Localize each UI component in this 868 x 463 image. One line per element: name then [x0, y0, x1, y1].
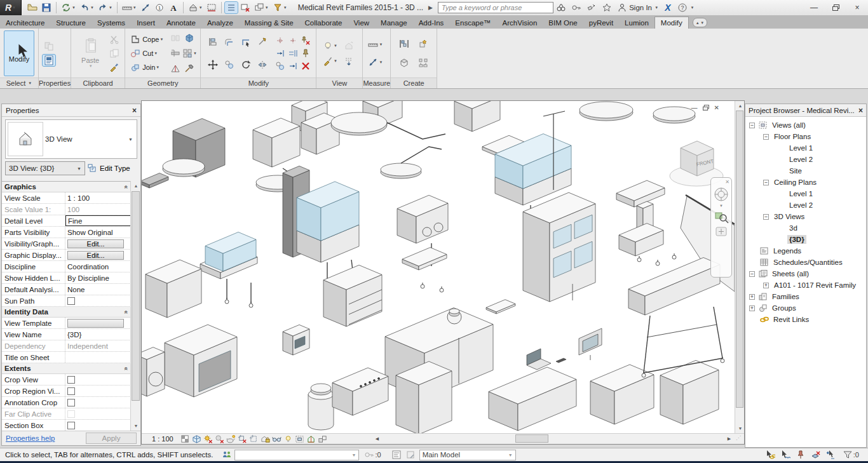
- tab-collaborate[interactable]: Collaborate: [299, 17, 348, 29]
- apply-button[interactable]: Apply: [86, 433, 137, 444]
- edit-type-button[interactable]: Edit Type: [88, 161, 137, 175]
- tab-architecture[interactable]: Architecture: [0, 17, 50, 29]
- horizontal-scrollbar[interactable]: ◀ ▶ ⋰: [372, 434, 744, 444]
- qat-dimension-button[interactable]: [139, 2, 152, 13]
- underlay-button[interactable]: [342, 55, 355, 67]
- create-group-button[interactable]: [398, 38, 410, 50]
- minimize-button[interactable]: —: [803, 1, 825, 15]
- panel-label-select[interactable]: Select ▼: [0, 77, 38, 88]
- tab-manage[interactable]: Manage: [375, 17, 413, 29]
- tree-expander-icon[interactable]: +: [749, 294, 755, 300]
- tree-item[interactable]: +A101 - 1017 Revit Family: [745, 279, 866, 291]
- project-browser-close-icon[interactable]: ×: [858, 106, 863, 115]
- vcbtemp-button[interactable]: [295, 434, 304, 444]
- vcblock-button[interactable]: [261, 434, 270, 444]
- tab-lumion[interactable]: Lumion: [619, 17, 654, 29]
- navigation-bar[interactable]: ✕ ▼: [710, 177, 732, 278]
- create-assembly-button[interactable]: [398, 57, 410, 69]
- panel-label-modify[interactable]: Modify: [201, 77, 316, 88]
- aligned-dimension-button[interactable]: ▼: [367, 57, 384, 68]
- delete-button[interactable]: [299, 60, 312, 72]
- view-close-icon[interactable]: ✕: [714, 105, 719, 112]
- vcbshadow-button[interactable]: [215, 434, 224, 444]
- tree-expander-icon[interactable]: −: [763, 134, 769, 140]
- tree-item[interactable]: Revit Links: [745, 314, 866, 325]
- drag-elements-toggle-icon[interactable]: [826, 450, 836, 460]
- communication-center-icon[interactable]: [587, 3, 597, 13]
- trim-single-button[interactable]: [274, 48, 287, 59]
- match-type-button[interactable]: [108, 62, 121, 73]
- create-parts-dd-button[interactable]: ▼: [181, 48, 198, 59]
- sign-in-control[interactable]: Sign In ▼: [617, 3, 658, 13]
- panel-label-measure[interactable]: Measure: [363, 77, 390, 88]
- vcbanalytic-button[interactable]: [306, 434, 316, 444]
- cut-button[interactable]: Cut▼: [129, 48, 165, 59]
- property-value[interactable]: Fine: [68, 217, 82, 225]
- model-view[interactable]: FRONT — ✕ ✕ ▼: [142, 101, 735, 433]
- tree-expander-icon[interactable]: +: [763, 283, 769, 288]
- tab-massing-site[interactable]: Massing & Site: [239, 17, 299, 29]
- demolish-button[interactable]: [183, 63, 196, 74]
- resize-grip[interactable]: ⋰: [736, 435, 744, 443]
- panel-label-geometry[interactable]: Geometry: [125, 77, 200, 88]
- property-value[interactable]: 1 : 100: [67, 194, 90, 202]
- design-options-icon[interactable]: [391, 450, 402, 460]
- tree-expander-icon[interactable]: −: [749, 123, 755, 128]
- split-face-button[interactable]: [169, 63, 182, 74]
- array-radial-button[interactable]: [274, 35, 287, 46]
- render-button[interactable]: [342, 40, 355, 51]
- tree-item[interactable]: Level 1: [745, 142, 866, 154]
- wall-joins-button[interactable]: [169, 32, 182, 44]
- view-scale-button[interactable]: 1 : 100: [152, 435, 173, 443]
- qat-thinlines-button[interactable]: [225, 2, 238, 13]
- align-button[interactable]: [207, 36, 219, 48]
- offset-button[interactable]: [223, 36, 236, 48]
- extend-button[interactable]: [287, 60, 299, 72]
- select-by-face-toggle-icon[interactable]: [811, 450, 821, 460]
- mirror-button[interactable]: [256, 59, 269, 70]
- vcbglasses-button[interactable]: [272, 434, 281, 444]
- qat-closehid-button[interactable]: [239, 2, 252, 13]
- qat-view3d-button[interactable]: ▼: [187, 2, 204, 13]
- vcbstyle-button[interactable]: [192, 434, 201, 444]
- array-linear-button[interactable]: [287, 35, 299, 46]
- property-value[interactable]: Show Original: [67, 229, 113, 236]
- annotation-crop-checkbox[interactable]: [67, 399, 75, 406]
- tree-item[interactable]: −Floor Plans: [745, 131, 866, 142]
- measure-button[interactable]: ▼: [367, 39, 384, 50]
- vertical-scrollbar[interactable]: ▲ ▼: [735, 101, 744, 433]
- type-properties-button[interactable]: [43, 41, 55, 52]
- property-value[interactable]: Independent: [67, 342, 108, 350]
- exchange-apps-icon[interactable]: X: [665, 3, 670, 13]
- tab-bim-one[interactable]: BIM One: [543, 17, 583, 29]
- workset-dropdown[interactable]: ▼: [234, 450, 359, 460]
- property-value[interactable]: {3D}: [67, 331, 81, 339]
- tab-archvision[interactable]: ArchVision: [497, 17, 543, 29]
- vcbdisplace-button[interactable]: [318, 434, 327, 444]
- tree-item[interactable]: Schedules/Quantities: [745, 257, 866, 268]
- qat-measure-button[interactable]: ▼: [121, 2, 138, 13]
- panel-label-properties[interactable]: Properties: [39, 77, 71, 88]
- section-box-checkbox[interactable]: [67, 422, 75, 429]
- 3d-scene[interactable]: [142, 101, 735, 433]
- section-header[interactable]: Graphics«: [2, 182, 131, 192]
- pan-tool-icon[interactable]: [714, 225, 729, 238]
- project-browser-title[interactable]: Project Browser - Medical Revi...×: [745, 104, 866, 117]
- select-links-toggle-icon[interactable]: [765, 450, 775, 460]
- properties-scrollbar[interactable]: ▲ ▼: [130, 181, 140, 431]
- scale-button[interactable]: [274, 60, 287, 72]
- join-button[interactable]: Join▼: [129, 62, 165, 73]
- tab-structure[interactable]: Structure: [50, 17, 92, 29]
- properties-help-link[interactable]: Properties help: [6, 434, 55, 442]
- tree-item[interactable]: +Groups: [745, 302, 866, 314]
- panel-label-clipboard[interactable]: Clipboard: [71, 77, 125, 88]
- tree-expander-icon[interactable]: −: [763, 180, 769, 185]
- tab-add-ins[interactable]: Add-Ins: [413, 17, 450, 29]
- tab-enscape-[interactable]: Enscape™: [449, 17, 496, 29]
- rotate-button[interactable]: [240, 59, 252, 70]
- vcbcrop-button[interactable]: [238, 434, 247, 444]
- vcbsun-button[interactable]: [203, 434, 213, 444]
- crop-view-checkbox[interactable]: [67, 376, 75, 384]
- view-template-button[interactable]: [67, 319, 124, 328]
- section-header[interactable]: Extents«: [2, 363, 131, 374]
